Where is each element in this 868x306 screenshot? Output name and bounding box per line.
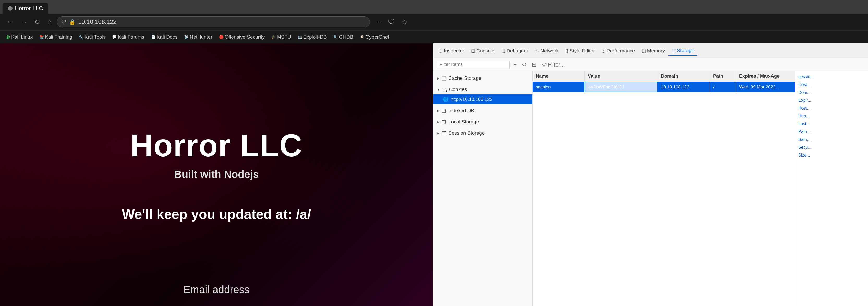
performance-button[interactable]: ◷ Performance — [598, 47, 638, 55]
cookie-name-value: session — [536, 85, 551, 90]
bookmark-kali-linux[interactable]: 🐉 Kali Linux — [3, 33, 35, 41]
bookmark-icon: 📡 — [184, 35, 189, 39]
inspector-icon: ⬚ — [439, 48, 443, 53]
url-bar[interactable]: 🛡 🔒 10.10.108.122 — [57, 17, 370, 27]
bookmark-icon: 🔴 — [219, 35, 223, 39]
filter-button[interactable]: ▽ Filter... — [540, 60, 566, 69]
th-expires: Expires / Max-Age — [736, 71, 795, 82]
reload-button[interactable]: ↻ — [32, 17, 42, 27]
network-button[interactable]: ↑↓ Network — [532, 47, 562, 55]
cookie-expires-value: Wed, 09 Mar 2022 ... — [739, 85, 780, 90]
indexed-db-header[interactable]: ▶ ⬚ Indexed DB — [433, 105, 532, 116]
style-editor-icon: {} — [565, 49, 568, 53]
bookmark-label: Kali Linux — [11, 34, 33, 40]
bookmark-kali-tools[interactable]: 🔧 Kali Tools — [76, 33, 108, 41]
home-button[interactable]: ⌂ — [45, 17, 54, 27]
bookmark-icon: 🔍 — [334, 35, 338, 39]
bookmark-icon: 🐉 — [6, 35, 10, 39]
right-panel: sessio... Crea... Dom... Expir... Host..… — [795, 71, 868, 306]
cache-storage-header[interactable]: ▶ ⬚ Cache Storage — [433, 73, 532, 83]
bookmark-kali-docs[interactable]: 📄 Kali Docs — [148, 33, 180, 41]
chevron-icon: ▶ — [437, 120, 439, 124]
forward-button[interactable]: → — [18, 17, 29, 27]
td-name: session — [533, 82, 585, 92]
bookmark-icon: 💻 — [298, 35, 302, 39]
bookmark-kali-training[interactable]: 📚 Kali Training — [37, 33, 75, 41]
memory-button[interactable]: ⬚ Memory — [639, 47, 668, 55]
table-row[interactable]: session eyJlbWFpbCI6ICJ 10.10.108.122 / — [533, 82, 795, 92]
storage-button[interactable]: ⬚ Storage — [669, 46, 698, 56]
tab-title: Horror LLC — [14, 5, 43, 12]
storage-icon-btn: ⬚ — [672, 48, 676, 53]
tab-bar: Horror LLC — [0, 0, 868, 13]
console-button[interactable]: ⬚ Console — [468, 47, 498, 55]
console-icon: ⬚ — [471, 48, 475, 53]
cookie-table-header: Name Value Domain Path Expires / Max-Age… — [533, 71, 795, 82]
bookmark-msfu[interactable]: 🎓 MSFU — [269, 33, 294, 41]
bookmark-button[interactable]: ☆ — [399, 17, 409, 27]
th-path: Path — [710, 71, 736, 82]
session-storage-label: Session Storage — [448, 130, 485, 136]
bookmark-nethunter[interactable]: 📡 NetHunter — [182, 33, 215, 41]
cookie-table-body: session eyJlbWFpbCI6ICJ 10.10.108.122 / — [533, 82, 795, 306]
chevron-icon: ▶ — [437, 109, 439, 113]
indexed-db-group: ▶ ⬚ Indexed DB — [433, 105, 532, 116]
cookie-url-item[interactable]: 🌐 http://10.10.108.122 — [433, 94, 532, 104]
devtools-toolbar: ⬚ Inspector ⬚ Console ⬚ Debugger ↑↓ Netw… — [433, 43, 868, 58]
tab-favicon — [8, 6, 12, 11]
bookmark-ghdb[interactable]: 🔍 GHDB — [331, 33, 356, 41]
filter-input[interactable] — [437, 61, 509, 69]
site-subtitle: Built with Nodejs — [174, 169, 259, 180]
right-panel-item[interactable]: sessio... — [795, 73, 868, 81]
td-path: / — [710, 82, 736, 92]
devtools-secondary-bar: + ↺ ⊞ ▽ Filter... — [433, 58, 868, 71]
style-editor-button[interactable]: {} Style Editor — [562, 47, 598, 55]
network-label: Network — [540, 48, 559, 54]
add-button[interactable]: + — [512, 60, 518, 69]
right-panel-item[interactable]: Last... — [795, 120, 868, 128]
bookmark-icon: 📄 — [151, 35, 155, 39]
session-storage-header[interactable]: ▶ ⬚ Session Storage — [433, 128, 532, 138]
right-panel-item[interactable]: Secu... — [795, 144, 868, 151]
expand-button[interactable]: ⊞ — [530, 60, 538, 69]
local-storage-icon: ⬚ — [441, 119, 446, 125]
cache-storage-icon: ⬚ — [441, 75, 446, 81]
bookmark-label: Kali Tools — [85, 34, 105, 40]
storage-main: Name Value Domain Path Expires / Max-Age… — [533, 71, 795, 306]
td-expires: Wed, 09 Mar 2022 ... — [736, 82, 795, 92]
local-storage-header[interactable]: ▶ ⬚ Local Storage — [433, 117, 532, 127]
td-value: eyJlbWFpbCI6ICJ — [585, 82, 658, 92]
cookies-header[interactable]: ▼ ⬚ Cookies — [433, 84, 532, 94]
bookmark-cyberchef[interactable]: 🍳 CyberChef — [357, 33, 392, 41]
shield-button[interactable]: 🛡 — [386, 17, 397, 27]
cookie-value-value: eyJlbWFpbCI6ICJ — [588, 85, 624, 90]
th-name: Name — [533, 71, 585, 82]
bookmark-kali-forums[interactable]: 💬 Kali Forums — [110, 33, 147, 41]
cookies-icon: ⬚ — [442, 86, 447, 92]
session-storage-group: ▶ ⬚ Session Storage — [433, 128, 532, 138]
active-tab[interactable]: Horror LLC — [3, 3, 48, 13]
session-storage-icon: ⬚ — [441, 130, 446, 136]
right-panel-item[interactable]: Crea... — [795, 81, 868, 89]
right-panel-item[interactable]: Host... — [795, 104, 868, 112]
bookmark-offensive-security[interactable]: 🔴 Offensive Security — [216, 33, 267, 41]
bookmark-label: GHDB — [339, 34, 353, 40]
refresh-button[interactable]: ↺ — [520, 60, 528, 69]
website-content: Horror LLC Built with Nodejs We'll keep … — [0, 43, 433, 306]
memory-label: Memory — [647, 48, 665, 54]
right-panel-item[interactable]: Http... — [795, 112, 868, 120]
more-button[interactable]: ⋯ — [373, 17, 384, 27]
th-value: Value — [585, 71, 658, 82]
back-button[interactable]: ← — [4, 17, 15, 27]
right-panel-item[interactable]: Size... — [795, 151, 868, 159]
cookies-label: Cookies — [449, 87, 467, 92]
memory-icon: ⬚ — [642, 48, 646, 53]
right-panel-item[interactable]: Sam... — [795, 136, 868, 144]
right-panel-item[interactable]: Dom... — [795, 89, 868, 96]
inspector-button[interactable]: ⬚ Inspector — [436, 47, 467, 55]
bookmark-label: CyberChef — [365, 34, 389, 40]
debugger-button[interactable]: ⬚ Debugger — [498, 47, 531, 55]
right-panel-item[interactable]: Path... — [795, 128, 868, 136]
bookmark-exploit-db[interactable]: 💻 Exploit-DB — [295, 33, 330, 41]
right-panel-item[interactable]: Expir... — [795, 96, 868, 104]
